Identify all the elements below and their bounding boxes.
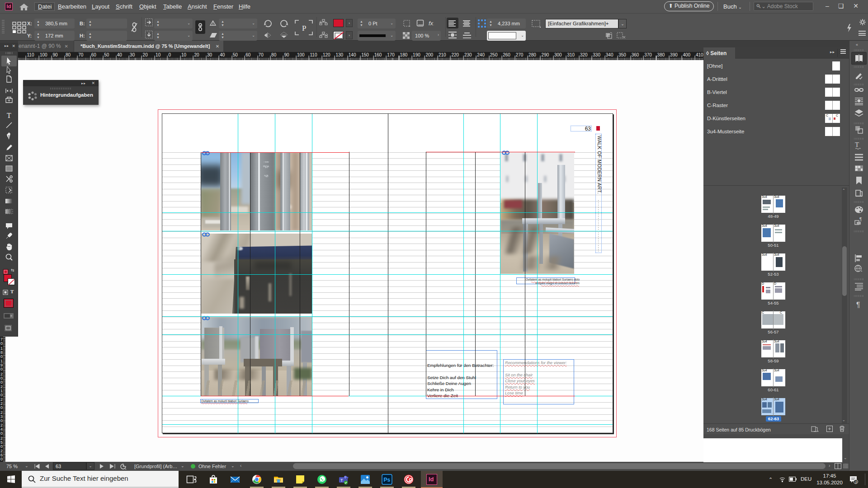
svg-text:T: T <box>7 112 11 119</box>
svg-text:T: T <box>340 478 343 483</box>
svg-text:Ps: Ps <box>384 477 391 483</box>
svg-text:P: P <box>302 24 306 33</box>
svg-text:T: T <box>855 141 859 148</box>
svg-text:3: 3 <box>855 480 857 483</box>
svg-text:¶: ¶ <box>856 301 860 309</box>
svg-text:¶: ¶ <box>859 217 862 222</box>
